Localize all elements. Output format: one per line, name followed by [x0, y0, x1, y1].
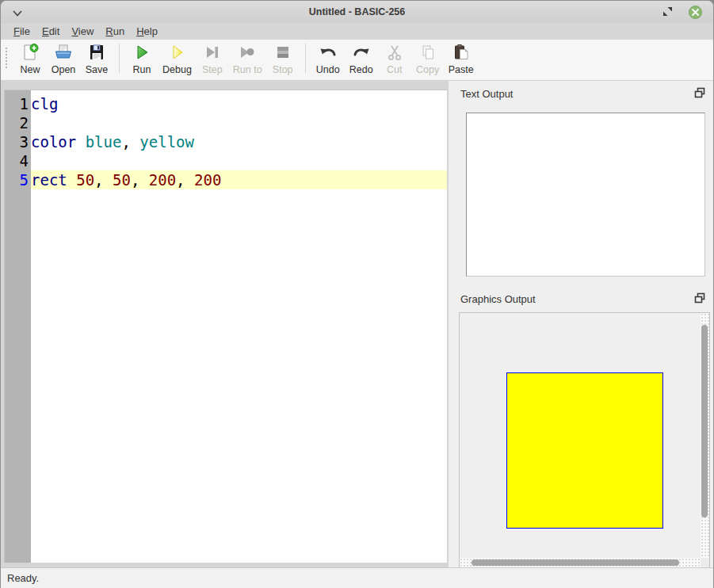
restore-button[interactable] [663, 5, 672, 19]
toolbar-button-save[interactable]: Save [80, 40, 113, 80]
redo-icon [351, 42, 372, 63]
right-dock-panel: Text Output Graphics Output [449, 81, 714, 568]
toolbar-button-label: Step [202, 64, 223, 75]
toolbar-buttons: NewOpenSaveRunDebugStepRun toStopUndoRed… [13, 40, 478, 80]
text-output-title: Text Output [460, 88, 513, 100]
toolbar-button-new[interactable]: New [13, 40, 47, 80]
code-lines: 1clg23color blue, yellow45rect 50, 50, 2… [5, 94, 447, 189]
toolbar: NewOpenSaveRunDebugStepRun toStopUndoRed… [1, 40, 713, 81]
toolbar-button-label: Open [52, 64, 76, 75]
close-button[interactable] [689, 6, 702, 19]
basic256-window: Untitled - BASIC-256 FileEditViewRunHelp… [0, 0, 714, 588]
scrollbar-corner [701, 558, 709, 567]
toolbar-button-debug[interactable]: Debug [158, 40, 196, 80]
toolbar-button-label: Run [133, 64, 151, 75]
close-icon [692, 9, 699, 16]
toolbar-button-paste[interactable]: Paste [445, 40, 478, 80]
toolbar-button-label: Save [86, 64, 109, 75]
toolbar-button-run-to: Run to [229, 40, 266, 80]
paste-icon [451, 42, 472, 63]
code-line-4[interactable]: 4 [5, 151, 447, 170]
code-line-1[interactable]: 1clg [5, 94, 447, 113]
toolbar-button-label: Cut [387, 64, 402, 75]
new-file-icon [20, 42, 40, 63]
float-panel-icon [694, 87, 705, 98]
text-output-float-button[interactable] [694, 87, 705, 98]
line-number: 5 [5, 170, 31, 189]
status-message: Ready. [7, 572, 39, 584]
toolbar-button-label: Run to [233, 64, 262, 75]
float-panel-icon [694, 292, 705, 304]
graphics-output-float-button[interactable] [694, 292, 705, 304]
code-text [31, 151, 447, 170]
code-text [31, 113, 447, 132]
toolbar-button-label: Paste [449, 64, 474, 75]
restore-icon [663, 7, 672, 16]
step-icon [202, 42, 223, 63]
toolbar-button-label: Undo [316, 64, 340, 75]
line-number: 4 [5, 151, 31, 170]
line-number: 2 [5, 113, 31, 132]
copy-icon [418, 42, 438, 63]
line-number: 1 [5, 94, 31, 113]
toolbar-button-redo[interactable]: Redo [345, 40, 378, 80]
chevron-down-icon [12, 9, 23, 18]
toolbar-button-cut: Cut [378, 40, 411, 80]
text-output-area[interactable] [466, 113, 705, 277]
toolbar-button-label: Debug [162, 64, 192, 75]
stop-icon [273, 42, 293, 63]
toolbar-button-label: Stop [273, 64, 293, 75]
menu-file[interactable]: File [13, 25, 30, 37]
toolbar-button-label: Copy [416, 64, 439, 75]
code-line-3[interactable]: 3color blue, yellow [5, 132, 447, 151]
save-floppy-icon [86, 42, 107, 63]
toolbar-button-run[interactable]: Run [125, 40, 158, 80]
toolbar-button-copy: Copy [411, 40, 445, 80]
menu-help[interactable]: Help [136, 25, 158, 37]
graphics-output-area[interactable] [459, 312, 710, 568]
toolbar-button-label: New [20, 64, 40, 75]
horizontal-scrollbar-thumb[interactable] [472, 559, 679, 566]
code-editor[interactable]: 1clg23color blue, yellow45rect 50, 50, 2… [4, 90, 447, 563]
code-text: rect 50, 50, 200, 200 [31, 170, 447, 189]
toolbar-button-undo[interactable]: Undo [311, 40, 345, 80]
toolbar-button-stop: Stop [266, 40, 300, 80]
graphics-rect [506, 372, 663, 529]
toolbar-separator [119, 44, 120, 73]
code-line-2[interactable]: 2 [5, 113, 447, 132]
menubar: FileEditViewRunHelp [1, 23, 713, 40]
code-line-5[interactable]: 5rect 50, 50, 200, 200 [5, 170, 447, 189]
window-controls [647, 1, 702, 23]
code-text: color blue, yellow [31, 132, 447, 151]
undo-icon [318, 42, 338, 63]
window-shade-button[interactable] [12, 7, 23, 17]
statusbar: Ready. [1, 567, 713, 588]
menu-edit[interactable]: Edit [42, 25, 59, 37]
toolbar-button-open[interactable]: Open [47, 40, 80, 80]
toolbar-button-label: Redo [349, 64, 373, 75]
toolbar-button-step: Step [196, 40, 229, 80]
horizontal-scrollbar [460, 558, 701, 567]
titlebar: Untitled - BASIC-256 [1, 1, 713, 23]
run-icon [132, 42, 152, 63]
open-folder-icon [53, 42, 74, 63]
window-title: Untitled - BASIC-256 [1, 6, 713, 17]
cut-icon [384, 42, 405, 63]
menu-run[interactable]: Run [105, 25, 124, 37]
run-to-icon [237, 42, 258, 63]
line-number: 3 [5, 132, 31, 151]
toolbar-separator [305, 44, 306, 73]
menu-view[interactable]: View [71, 25, 94, 37]
vertical-scrollbar [701, 313, 709, 558]
graphics-output-title: Graphics Output [460, 293, 536, 305]
main-content: 1clg23color blue, yellow45rect 50, 50, 2… [1, 81, 713, 567]
vertical-scrollbar-thumb[interactable] [701, 325, 708, 517]
toolbar-drag-handle[interactable] [6, 48, 7, 68]
debug-icon [166, 42, 187, 63]
code-text: clg [31, 94, 447, 113]
